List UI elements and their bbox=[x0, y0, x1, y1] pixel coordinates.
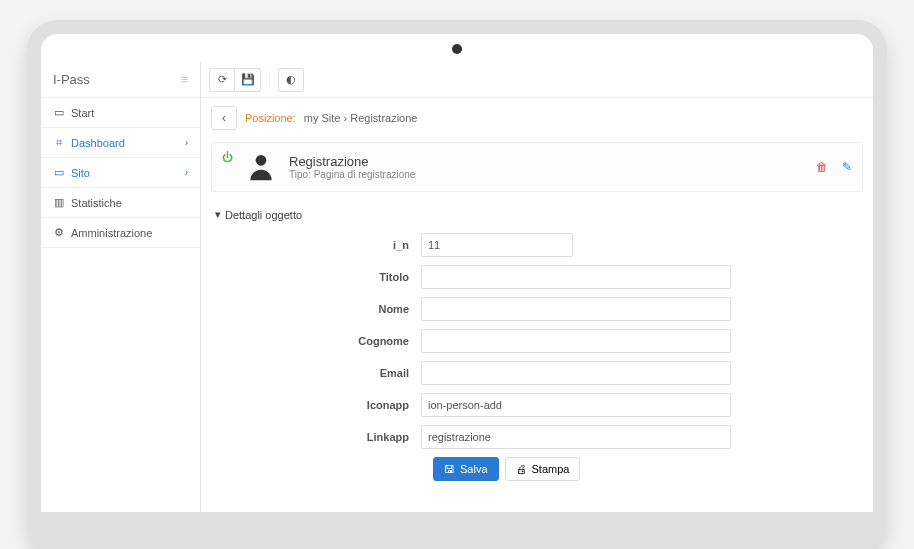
breadcrumb: ‹ Posizione: my Site › Registrazione bbox=[201, 98, 873, 138]
sidebar-item-dashboard[interactable]: ⌗ Dashboard › bbox=[41, 128, 200, 158]
field-label: Cognome bbox=[211, 335, 421, 347]
sidebar-item-label: Amministrazione bbox=[71, 227, 152, 239]
field-label: i_n bbox=[211, 239, 421, 251]
input-cognome[interactable] bbox=[421, 329, 731, 353]
field-row-linkapp: Linkapp bbox=[211, 425, 863, 449]
print-button-label: Stampa bbox=[532, 463, 570, 475]
save-button-label: Salva bbox=[460, 463, 488, 475]
field-row-email: Email bbox=[211, 361, 863, 385]
input-iconapp[interactable] bbox=[421, 393, 731, 417]
sidebar-item-label: Sito bbox=[71, 167, 90, 179]
print-button[interactable]: 🖨 Stampa bbox=[505, 457, 581, 481]
field-label: Nome bbox=[211, 303, 421, 315]
sidebar-item-label: Start bbox=[71, 107, 94, 119]
field-row-titolo: Titolo bbox=[211, 265, 863, 289]
panel-subtitle-prefix: Tipo: bbox=[289, 169, 311, 180]
panel-actions: 🗑 ✎ bbox=[816, 160, 852, 174]
print-icon: 🖨 bbox=[516, 463, 527, 475]
monitor-icon: ▭ bbox=[53, 106, 65, 119]
field-label: Email bbox=[211, 367, 421, 379]
sidebar-item-label: Dashboard bbox=[71, 137, 125, 149]
field-label: Iconapp bbox=[211, 399, 421, 411]
form: i_n Titolo Nome Cognome Email bbox=[201, 229, 873, 491]
field-label: Titolo bbox=[211, 271, 421, 283]
input-email[interactable] bbox=[421, 361, 731, 385]
brand-row: I-Pass ≡ bbox=[41, 62, 200, 98]
stats-icon: ▥ bbox=[53, 196, 65, 209]
input-linkapp[interactable] bbox=[421, 425, 731, 449]
refresh-button[interactable]: ⟳ bbox=[209, 68, 235, 92]
field-row-i_n: i_n bbox=[211, 233, 863, 257]
chevron-right-icon: › bbox=[185, 137, 188, 148]
save-button[interactable]: 🖫 Salva bbox=[433, 457, 499, 481]
svg-point-0 bbox=[256, 155, 267, 166]
panel-subtitle: Tipo: Pagina di registrazione bbox=[289, 169, 415, 180]
brand-label: I-Pass bbox=[53, 72, 90, 87]
power-icon[interactable]: ⏻ bbox=[222, 151, 233, 163]
sidebar-item-sito[interactable]: ▭ Sito › bbox=[41, 158, 200, 188]
input-i_n[interactable] bbox=[421, 233, 573, 257]
sidebar-item-label: Statistiche bbox=[71, 197, 122, 209]
app-screen: I-Pass ≡ ▭ Start ⌗ Dashboard › ▭ S bbox=[41, 62, 873, 512]
sidebar-item-amministrazione[interactable]: ⚙ Amministrazione bbox=[41, 218, 200, 248]
input-titolo[interactable] bbox=[421, 265, 731, 289]
panel-title-block: Registrazione Tipo: Pagina di registrazi… bbox=[289, 154, 415, 180]
field-row-cognome: Cognome bbox=[211, 329, 863, 353]
form-buttons: 🖫 Salva 🖨 Stampa bbox=[433, 457, 863, 481]
panel-subtitle-value: Pagina di registrazione bbox=[314, 169, 416, 180]
section-title: Dettagli oggetto bbox=[225, 209, 302, 221]
toolbar-separator bbox=[269, 71, 270, 89]
site-icon: ▭ bbox=[53, 166, 65, 179]
chevron-right-icon: › bbox=[185, 167, 188, 178]
breadcrumb-label: Posizione: bbox=[245, 112, 296, 124]
input-nome[interactable] bbox=[421, 297, 731, 321]
main-area: ⟳ 💾 ◐ ‹ Posizione: my Site › Registrazio… bbox=[201, 62, 873, 512]
save-tool-button[interactable]: 💾 bbox=[235, 68, 261, 92]
chevron-down-icon: ▾ bbox=[215, 208, 221, 221]
toolbar: ⟳ 💾 ◐ bbox=[201, 62, 873, 98]
toolbar-group: ⟳ 💾 bbox=[209, 68, 261, 92]
dashboard-icon: ⌗ bbox=[53, 136, 65, 149]
sidebar-item-start[interactable]: ▭ Start bbox=[41, 98, 200, 128]
back-button[interactable]: ‹ bbox=[211, 106, 237, 130]
camera-dot bbox=[452, 44, 462, 54]
field-row-nome: Nome bbox=[211, 297, 863, 321]
save-icon: 🖫 bbox=[444, 463, 455, 475]
globe-button[interactable]: ◐ bbox=[278, 68, 304, 92]
person-icon bbox=[245, 151, 277, 183]
delete-icon[interactable]: 🗑 bbox=[816, 160, 828, 174]
panel-header: ⏻ Registrazione Tipo: Pagina di registra… bbox=[211, 142, 863, 192]
panel-title: Registrazione bbox=[289, 154, 415, 169]
sidebar-item-statistiche[interactable]: ▥ Statistiche bbox=[41, 188, 200, 218]
laptop-frame: I-Pass ≡ ▭ Start ⌗ Dashboard › ▭ S bbox=[27, 20, 887, 549]
field-row-iconapp: Iconapp bbox=[211, 393, 863, 417]
menu-toggle-icon[interactable]: ≡ bbox=[180, 72, 188, 87]
sidebar: I-Pass ≡ ▭ Start ⌗ Dashboard › ▭ S bbox=[41, 62, 201, 512]
breadcrumb-path: my Site › Registrazione bbox=[304, 112, 418, 124]
admin-icon: ⚙ bbox=[53, 226, 65, 239]
section-toggle[interactable]: ▾ Dettagli oggetto bbox=[201, 200, 873, 229]
edit-icon[interactable]: ✎ bbox=[842, 160, 852, 174]
field-label: Linkapp bbox=[211, 431, 421, 443]
